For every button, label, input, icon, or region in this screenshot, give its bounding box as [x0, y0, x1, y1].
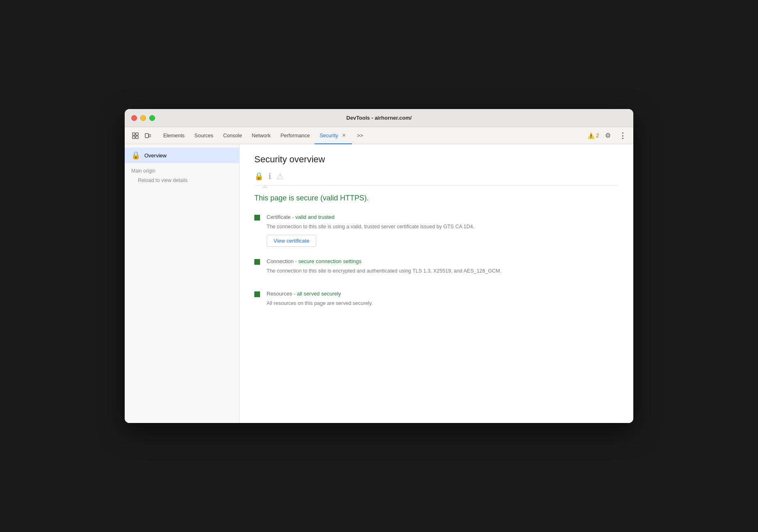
view-certificate-button[interactable]: View certificate — [267, 235, 316, 247]
tab-console[interactable]: Console — [218, 127, 247, 144]
title-bar: DevTools - airhorner.com/ — [125, 109, 633, 127]
security-icons-row: 🔒 ℹ ⚠ — [254, 171, 619, 181]
traffic-lights — [131, 115, 155, 121]
toolbar-icons — [130, 130, 153, 141]
cert-body: Certificate - valid and trusted The conn… — [267, 214, 619, 247]
ellipsis-icon: ⋮ — [619, 131, 627, 140]
tab-elements[interactable]: Elements — [158, 127, 190, 144]
device-toggle-icon[interactable] — [142, 130, 153, 141]
info-circle-icon: ℹ — [268, 171, 272, 181]
toolbar: Elements Sources Console Network Perform… — [125, 127, 633, 144]
resources-section: Resources - all served securely All reso… — [254, 291, 619, 311]
svg-rect-3 — [136, 136, 138, 139]
warning-badge[interactable]: ⚠️ 2 — [587, 132, 599, 139]
cert-green-indicator — [254, 215, 260, 221]
certificate-section: Certificate - valid and trusted The conn… — [254, 214, 619, 247]
main-content: 🔒 Overview Main origin Reload to view de… — [125, 144, 633, 423]
maximize-button[interactable] — [149, 115, 155, 121]
lock-green-icon: 🔒 — [254, 172, 263, 181]
sidebar-reload-item[interactable]: Reload to view details — [125, 175, 239, 185]
more-options-button[interactable]: ⋮ — [617, 130, 628, 141]
conn-body: Connection - secure connection settings … — [267, 258, 619, 279]
res-green-indicator — [254, 291, 260, 297]
svg-rect-1 — [136, 133, 138, 135]
tab-security[interactable]: Security ✕ — [315, 127, 352, 144]
res-description: All resources on this page are served se… — [267, 299, 619, 307]
toolbar-right: ⚠️ 2 ⚙ ⋮ — [587, 130, 628, 141]
conn-description: The connection to this site is encrypted… — [267, 267, 619, 275]
svg-rect-0 — [132, 133, 135, 135]
cert-title: Certificate - valid and trusted — [267, 214, 619, 220]
secure-headline: This page is secure (valid HTTPS). — [254, 194, 619, 202]
lock-icon: 🔒 — [131, 151, 140, 160]
conn-green-indicator — [254, 259, 260, 265]
cert-description: The connection to this site is using a v… — [267, 223, 619, 231]
svg-rect-5 — [149, 134, 151, 137]
connection-section: Connection - secure connection settings … — [254, 258, 619, 279]
res-title: Resources - all served securely — [267, 291, 619, 297]
conn-title: Connection - secure connection settings — [267, 258, 619, 264]
content-area: Security overview 🔒 ℹ ⚠ This page is sec… — [240, 144, 633, 423]
sidebar-item-overview[interactable]: 🔒 Overview — [125, 148, 239, 163]
warning-icon-gray: ⚠ — [276, 171, 284, 181]
svg-rect-2 — [132, 136, 135, 139]
svg-rect-4 — [145, 134, 148, 138]
tab-performance[interactable]: Performance — [276, 127, 315, 144]
minimize-button[interactable] — [140, 115, 146, 121]
res-body: Resources - all served securely All reso… — [267, 291, 619, 311]
more-tabs-button[interactable]: >> — [352, 127, 368, 144]
page-title: Security overview — [254, 154, 619, 165]
sidebar: 🔒 Overview Main origin Reload to view de… — [125, 144, 240, 423]
sidebar-main-origin-header: Main origin — [125, 163, 239, 175]
warning-triangle-icon: ⚠️ — [587, 132, 594, 139]
tab-sources[interactable]: Sources — [190, 127, 218, 144]
close-button[interactable] — [131, 115, 137, 121]
devtools-window: DevTools - airhorner.com/ Ele — [125, 109, 633, 423]
sidebar-overview-label: Overview — [144, 152, 167, 159]
settings-button[interactable]: ⚙ — [602, 130, 614, 141]
gear-icon: ⚙ — [605, 132, 611, 139]
inspector-icon[interactable] — [130, 130, 141, 141]
window-title: DevTools - airhorner.com/ — [346, 115, 411, 121]
tab-network[interactable]: Network — [247, 127, 276, 144]
tabs-bar: Elements Sources Console Network Perform… — [158, 127, 586, 144]
tab-close-icon[interactable]: ✕ — [340, 132, 347, 139]
